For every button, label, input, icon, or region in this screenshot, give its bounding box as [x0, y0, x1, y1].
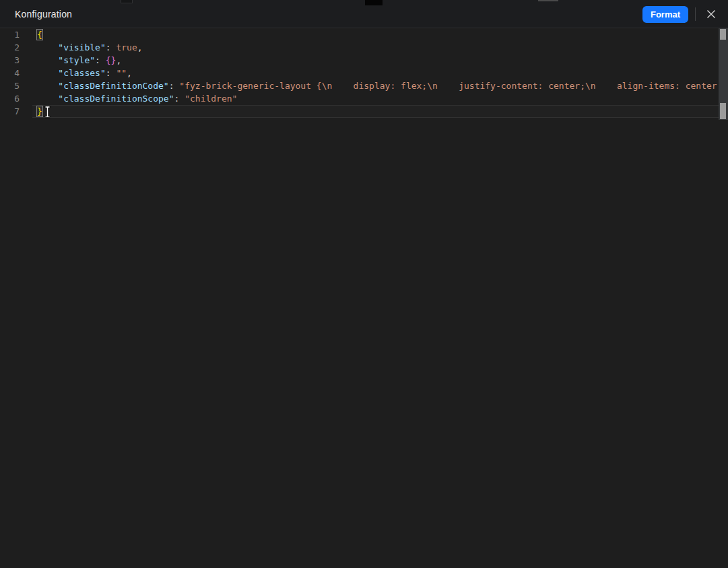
code-token: true — [116, 42, 137, 52]
code-token: "visible" — [58, 42, 105, 52]
line-number: 1 — [0, 28, 32, 41]
code-token: , — [127, 68, 132, 78]
line-number: 4 — [0, 67, 32, 79]
code-token: : — [106, 68, 117, 78]
background-artifact — [365, 0, 383, 5]
code-line: 1{ — [0, 28, 728, 41]
code-token: "classDefinitionCode" — [58, 81, 168, 91]
code-token: , — [137, 42, 143, 52]
code-line: 2 "visible": true, — [0, 41, 728, 54]
code-token: { — [37, 30, 42, 40]
code-token: : — [106, 42, 117, 52]
code-token — [37, 68, 58, 78]
code-token: } — [37, 106, 42, 116]
json-code-editor[interactable]: 1{2 "visible": true,3 "style": {},4 "cla… — [0, 28, 728, 568]
code-line: 5 "classDefinitionCode": "fyz-brick-gene… — [0, 79, 728, 92]
code-line-content: "classDefinitionScope": "children" — [32, 92, 237, 105]
code-token — [37, 94, 58, 104]
overview-ruler-cursor-marker — [720, 103, 726, 119]
code-token: "classes" — [58, 68, 105, 78]
code-token: , — [116, 55, 121, 65]
ibeam-cursor-icon — [44, 106, 51, 118]
modal-title: Konfiguration — [15, 9, 72, 20]
code-token: "style" — [58, 55, 95, 65]
scrollbar-track[interactable] — [719, 28, 728, 120]
line-number: 3 — [0, 54, 32, 67]
line-number: 6 — [0, 92, 32, 105]
line-number: 7 — [0, 105, 32, 118]
code-token: : — [169, 81, 180, 91]
header-divider — [695, 7, 696, 21]
code-line-content: "classDefinitionCode": "fyz-brick-generi… — [32, 79, 728, 92]
code-token: "children" — [185, 94, 237, 104]
background-artifact — [121, 0, 133, 3]
code-line-content: "classes": "", — [32, 67, 132, 79]
line-number: 5 — [0, 79, 32, 92]
code-line-content: { — [32, 28, 42, 41]
close-button[interactable] — [702, 5, 720, 23]
code-line: 6 "classDefinitionScope": "children" — [0, 92, 728, 105]
modal-header: Konfiguration Format — [0, 0, 728, 28]
header-actions: Format — [642, 0, 720, 28]
code-token: "classDefinitionScope" — [58, 94, 174, 104]
code-token: : — [174, 94, 185, 104]
code-line: 3 "style": {}, — [0, 54, 728, 67]
code-token: "" — [116, 68, 127, 78]
code-line-content: } — [32, 105, 51, 118]
code-line: 7} — [0, 105, 728, 118]
code-line-content: "style": {}, — [32, 54, 121, 67]
code-line: 4 "classes": "", — [0, 67, 728, 79]
code-token — [37, 42, 58, 52]
code-token: : — [95, 55, 106, 65]
line-number: 2 — [0, 41, 32, 54]
close-icon — [706, 9, 717, 20]
code-token — [37, 55, 58, 65]
code-token — [37, 81, 58, 91]
current-line-highlight — [32, 105, 728, 118]
overview-ruler-bracket-marker — [720, 29, 726, 40]
code-line-content: "visible": true, — [32, 41, 143, 54]
background-artifact — [538, 0, 558, 1]
code-area: 1{2 "visible": true,3 "style": {},4 "cla… — [0, 28, 728, 118]
format-button[interactable]: Format — [642, 6, 688, 23]
code-token: "fyz-brick-generic-layout {\n display: f… — [179, 81, 728, 91]
code-token: {} — [106, 55, 117, 65]
